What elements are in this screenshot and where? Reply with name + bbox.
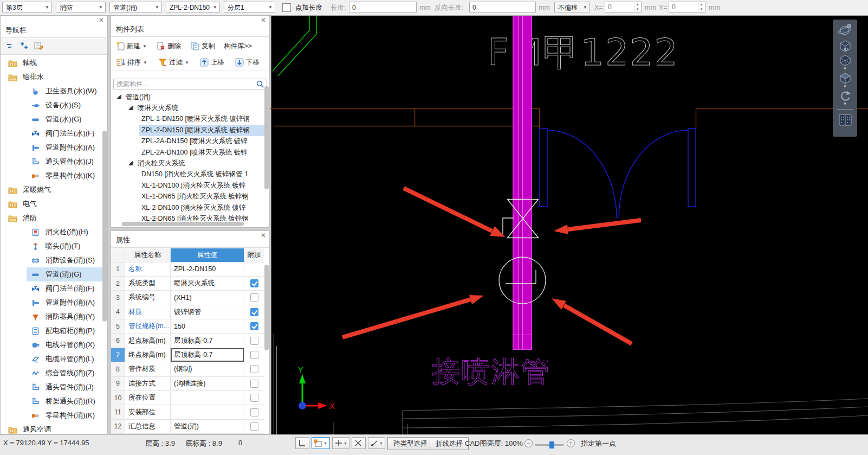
checkbox-unchecked[interactable] (250, 408, 258, 416)
close-icon[interactable]: ✕ (261, 232, 266, 239)
move-up-button[interactable]: 上移 (198, 57, 226, 68)
property-row[interactable]: 4材质镀锌钢管 (111, 305, 264, 319)
rotate-view-button[interactable] (838, 89, 852, 102)
component-tree-item[interactable]: XL-1-DN65 [消火栓灭火系统 镀锌钢 (111, 191, 269, 202)
y-offset-spinner[interactable]: 0▲▼ (669, 2, 705, 12)
sidebar-item[interactable]: 管道附件(水)(A) (1, 140, 107, 155)
chevron-down-icon[interactable]: ▼ (843, 85, 847, 89)
property-row[interactable]: 2系统类型喷淋灭火系统 (111, 277, 264, 291)
sidebar-item[interactable]: 阀门法兰(水)(F) (1, 126, 107, 140)
sidebar-item[interactable]: 通头管件(水)(J) (1, 155, 107, 169)
property-value[interactable]: 层顶标高-0.7 (171, 334, 244, 347)
sidebar-item[interactable]: 电线导管(消)(X) (1, 338, 107, 352)
new-button[interactable]: 新建▼ (115, 41, 148, 52)
sidebar-item[interactable]: 卫生器具(水)(W) (1, 84, 107, 98)
sidebar-item[interactable]: 消火栓(消)(H) (1, 225, 107, 239)
ortho-tool-button[interactable] (295, 437, 309, 449)
property-value[interactable]: 镀锌钢管 (171, 305, 244, 319)
property-row[interactable]: 5管径规格(m...150 (111, 319, 264, 334)
property-row[interactable]: 9连接方式(沟槽连接) (111, 377, 264, 391)
view-3d-button[interactable]: 3D (838, 38, 853, 54)
discipline-dropdown[interactable]: 消防▼ (56, 2, 106, 12)
property-value[interactable]: 管道(消) (171, 420, 244, 433)
spinner-arrows-icon[interactable]: ▲▼ (634, 2, 640, 12)
component-tree-item[interactable]: 消火栓灭火系统 (111, 158, 269, 169)
sidebar-item[interactable]: 轴线 (1, 56, 107, 70)
property-row[interactable]: 1名称ZPL-2-DN150 (111, 262, 264, 277)
property-row[interactable]: 7终点标高(m)层顶标高-0.7 (111, 348, 264, 362)
checkbox-unchecked[interactable] (250, 365, 258, 373)
add-length-checkbox[interactable] (282, 3, 291, 12)
sidebar-item[interactable]: 消防 (1, 211, 107, 225)
sidebar-item[interactable]: 设备(水)(S) (1, 98, 107, 112)
checkbox-unchecked[interactable] (250, 422, 258, 431)
checkbox-checked[interactable] (250, 322, 258, 330)
pipe-selected[interactable] (513, 15, 532, 350)
copy-button[interactable]: 复制 (189, 41, 217, 52)
offset-dropdown[interactable]: 不偏移▼ (554, 2, 590, 12)
search-input[interactable] (113, 79, 267, 89)
tree-expand-icon[interactable] (116, 94, 121, 99)
sidebar-item[interactable]: 通风空调 (1, 422, 107, 434)
shaded-view-button[interactable] (838, 72, 853, 85)
property-value[interactable] (171, 405, 244, 419)
cad-canvas[interactable]: FM甲1222 (270, 15, 868, 434)
sidebar-item[interactable]: 综合管线(消)(Z) (1, 366, 107, 380)
component-tree-item[interactable]: ZPL-2A-DN100 [喷淋灭火系统 镀锌 (111, 147, 269, 158)
property-row[interactable]: 12汇总信息管道(消) (111, 420, 264, 434)
component-tree-item[interactable]: ZPL-2A-DN150 [喷淋灭火系统 镀锌 (111, 136, 269, 147)
brightness-slider[interactable] (535, 444, 563, 446)
delete-button[interactable]: 删除 (155, 41, 183, 52)
property-row[interactable]: 10所在位置 (111, 391, 264, 405)
sidebar-item[interactable]: 通头管件(消)(J) (1, 380, 107, 394)
property-value[interactable] (171, 391, 244, 405)
sidebar-item[interactable]: 桥架通头(消)(R) (1, 394, 107, 408)
sidebar-item[interactable]: 采暖燃气 (1, 183, 107, 197)
floor-dropdown[interactable]: 第3层▼ (2, 2, 52, 12)
tree-expand-icon[interactable] (128, 161, 133, 165)
component-tree-item[interactable]: 喷淋灭火系统 (111, 102, 269, 113)
sidebar-item[interactable]: 管道附件(消)(A) (1, 296, 107, 310)
wireframe-view-button[interactable] (838, 54, 853, 67)
sidebar-item[interactable]: 管道(水)(G) (1, 112, 107, 126)
filter-button[interactable]: 过滤▼ (157, 57, 191, 68)
chevron-down-icon[interactable]: ▼ (843, 67, 847, 72)
property-value[interactable]: (XH1) (171, 291, 244, 304)
length-input[interactable]: 0 (349, 2, 417, 12)
sidebar-item[interactable]: 消防器具(消)(Y) (1, 310, 107, 324)
collapse-all-icon[interactable] (6, 41, 15, 52)
property-row[interactable]: 3系统编号(XH1) (111, 291, 264, 305)
property-row[interactable]: 11安装部位 (111, 405, 264, 419)
sidebar-item[interactable]: 电缆导管(消)(L) (1, 352, 107, 366)
expand-all-icon[interactable] (20, 41, 29, 52)
sidebar-item[interactable]: 零星构件(消)(K) (1, 408, 107, 422)
angle-tool-button[interactable]: ▼ (368, 437, 385, 449)
property-value[interactable]: 喷淋灭火系统 (171, 277, 244, 290)
display-settings-button[interactable] (838, 112, 853, 127)
edit-list-icon[interactable] (34, 41, 44, 52)
close-icon[interactable]: ✕ (99, 17, 104, 23)
component-tree-item[interactable]: DN150 [消火栓灭火系统 镀锌钢管 1 (111, 169, 269, 180)
search-icon[interactable] (256, 80, 264, 90)
checkbox-unchecked[interactable] (250, 351, 258, 359)
sidebar-item[interactable]: 消防设备(消)(S) (1, 253, 107, 267)
component-tree-item[interactable]: 管道(消) (111, 92, 269, 102)
x-offset-spinner[interactable]: 0▲▼ (605, 2, 642, 12)
sidebar-item[interactable]: 电气 (1, 197, 107, 211)
deselect-tool-button[interactable] (352, 437, 366, 449)
checkbox-unchecked[interactable] (250, 293, 258, 302)
checkbox-unchecked[interactable] (250, 394, 258, 402)
sidebar-item[interactable]: 给排水 (1, 70, 107, 84)
cross-type-select-button[interactable]: 跨类型选择 (387, 437, 433, 450)
component-tree-item[interactable]: ZPL-2-DN150 [喷淋灭火系统 镀锌钢 (111, 125, 269, 136)
sidebar-item[interactable]: 管道(消)(G) (1, 267, 107, 281)
component-tree-item[interactable]: XL-2-DN100 [消火栓灭火系统 镀锌 (111, 202, 269, 213)
sidebar-item[interactable]: 配电箱柜(消)(P) (1, 324, 107, 338)
checkbox-unchecked[interactable] (250, 337, 258, 345)
properties-scrollbar[interactable] (264, 265, 269, 350)
checkbox-checked[interactable] (250, 308, 258, 316)
property-row[interactable]: 6起点标高(m)层顶标高-0.7 (111, 334, 264, 348)
sidebar-item[interactable]: 零星构件(水)(K) (1, 169, 107, 183)
checkbox-unchecked[interactable] (250, 380, 258, 388)
close-icon[interactable]: ✕ (261, 17, 266, 23)
